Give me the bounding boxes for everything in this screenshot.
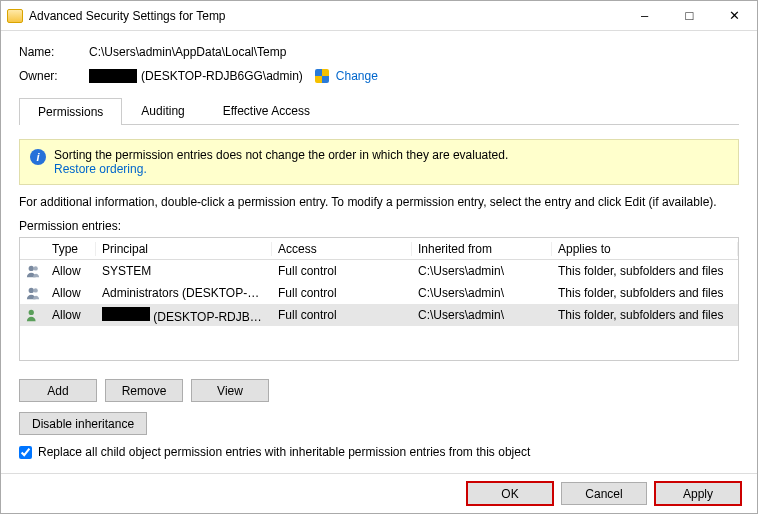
tab-effective-access[interactable]: Effective Access bbox=[204, 97, 329, 124]
folder-icon bbox=[7, 9, 23, 23]
view-button[interactable]: View bbox=[191, 379, 269, 402]
table-row[interactable]: AllowAdministrators (DESKTOP-RDJ...Full … bbox=[20, 282, 738, 304]
table-row[interactable]: AllowSYSTEMFull controlC:\Users\admin\Th… bbox=[20, 260, 738, 282]
svg-point-4 bbox=[29, 310, 34, 315]
owner-value: (DESKTOP-RDJB6GG\admin) bbox=[141, 69, 303, 83]
window-title: Advanced Security Settings for Temp bbox=[29, 9, 622, 23]
col-access[interactable]: Access bbox=[272, 242, 412, 256]
name-label: Name: bbox=[19, 45, 89, 59]
users-icon bbox=[26, 264, 40, 278]
cell-access: Full control bbox=[272, 286, 412, 300]
cell-applies: This folder, subfolders and files bbox=[552, 264, 738, 278]
cell-access: Full control bbox=[272, 264, 412, 278]
change-owner-link[interactable]: Change bbox=[336, 69, 378, 83]
titlebar: Advanced Security Settings for Temp – □ … bbox=[1, 1, 757, 31]
col-applies[interactable]: Applies to bbox=[552, 242, 738, 256]
tab-auditing[interactable]: Auditing bbox=[122, 97, 203, 124]
cancel-button[interactable]: Cancel bbox=[561, 482, 647, 505]
svg-point-1 bbox=[33, 266, 37, 270]
owner-label: Owner: bbox=[19, 69, 89, 83]
cell-inherited: C:\Users\admin\ bbox=[412, 264, 552, 278]
permissions-grid: Type Principal Access Inherited from App… bbox=[19, 237, 739, 361]
name-value: C:\Users\admin\AppData\Local\Temp bbox=[89, 45, 286, 59]
entries-label: Permission entries: bbox=[19, 219, 739, 233]
cell-principal: SYSTEM bbox=[96, 264, 272, 278]
svg-point-0 bbox=[29, 266, 34, 271]
col-inherited[interactable]: Inherited from bbox=[412, 242, 552, 256]
col-type[interactable]: Type bbox=[46, 242, 96, 256]
content-area: Name: C:\Users\admin\AppData\Local\Temp … bbox=[1, 31, 757, 473]
help-text: For additional information, double-click… bbox=[19, 195, 739, 209]
replace-child-label: Replace all child object permission entr… bbox=[38, 445, 530, 459]
tab-permissions[interactable]: Permissions bbox=[19, 98, 122, 125]
add-button[interactable]: Add bbox=[19, 379, 97, 402]
user-icon bbox=[26, 308, 40, 322]
cell-inherited: C:\Users\admin\ bbox=[412, 286, 552, 300]
principal-redacted bbox=[102, 307, 150, 321]
info-banner: i Sorting the permission entries does no… bbox=[19, 139, 739, 185]
cell-principal: (DESKTOP-RDJB6GG\ad... bbox=[96, 307, 272, 324]
maximize-button[interactable]: □ bbox=[667, 1, 712, 30]
restore-ordering-link[interactable]: Restore ordering. bbox=[54, 162, 147, 176]
cell-type: Allow bbox=[46, 264, 96, 278]
close-button[interactable]: ✕ bbox=[712, 1, 757, 30]
dialog-footer: OK Cancel Apply bbox=[1, 473, 757, 513]
info-icon: i bbox=[30, 149, 46, 165]
replace-child-checkbox[interactable] bbox=[19, 446, 32, 459]
shield-icon bbox=[315, 69, 329, 83]
col-principal[interactable]: Principal bbox=[96, 242, 272, 256]
apply-button[interactable]: Apply bbox=[655, 482, 741, 505]
banner-text: Sorting the permission entries does not … bbox=[54, 148, 508, 162]
cell-applies: This folder, subfolders and files bbox=[552, 308, 738, 322]
cell-inherited: C:\Users\admin\ bbox=[412, 308, 552, 322]
remove-button[interactable]: Remove bbox=[105, 379, 183, 402]
cell-applies: This folder, subfolders and files bbox=[552, 286, 738, 300]
svg-point-3 bbox=[33, 288, 37, 292]
security-settings-window: Advanced Security Settings for Temp – □ … bbox=[0, 0, 758, 514]
grid-header: Type Principal Access Inherited from App… bbox=[20, 238, 738, 260]
users-icon bbox=[26, 286, 40, 300]
tab-bar: Permissions Auditing Effective Access bbox=[19, 97, 739, 125]
svg-point-2 bbox=[29, 288, 34, 293]
disable-inheritance-button[interactable]: Disable inheritance bbox=[19, 412, 147, 435]
ok-button[interactable]: OK bbox=[467, 482, 553, 505]
cell-type: Allow bbox=[46, 286, 96, 300]
table-row[interactable]: Allow (DESKTOP-RDJB6GG\ad...Full control… bbox=[20, 304, 738, 326]
cell-access: Full control bbox=[272, 308, 412, 322]
cell-type: Allow bbox=[46, 308, 96, 322]
owner-redacted bbox=[89, 69, 137, 83]
cell-principal: Administrators (DESKTOP-RDJ... bbox=[96, 286, 272, 300]
minimize-button[interactable]: – bbox=[622, 1, 667, 30]
